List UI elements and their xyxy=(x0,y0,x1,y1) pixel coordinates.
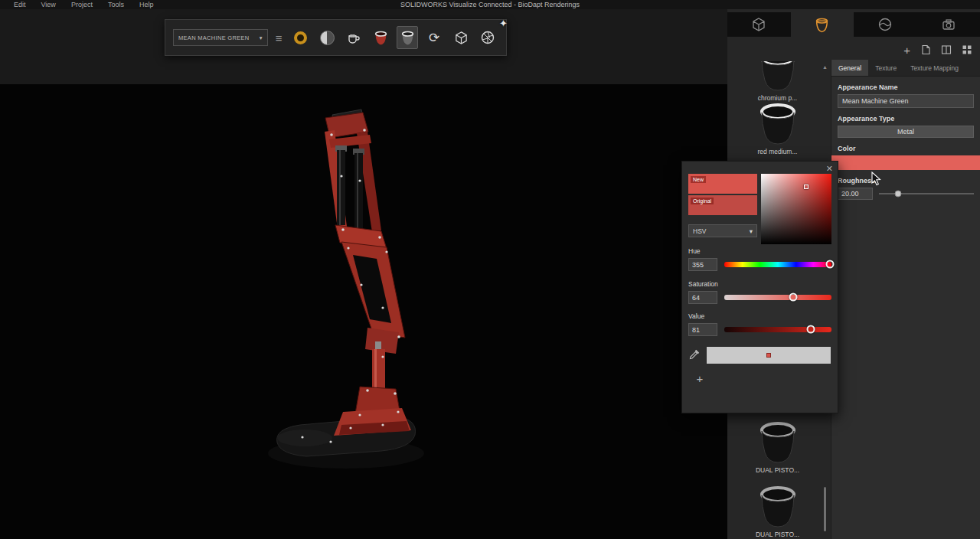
appearance-item-label: red medium... xyxy=(727,148,828,155)
roughness-row: 20.00 xyxy=(838,188,974,200)
menu-help[interactable]: Help xyxy=(139,1,154,8)
gold-sphere-icon xyxy=(294,31,307,44)
roughness-field[interactable]: 20.00 xyxy=(838,188,873,200)
list-item[interactable]: DUAL PISTO... xyxy=(727,421,828,474)
material-bucket-icon xyxy=(756,421,799,466)
tab-environments[interactable] xyxy=(854,12,917,37)
color-picker-dialog: ✕ New Original HSV ▾ Hue 355 Saturation … xyxy=(681,161,838,413)
list-item[interactable]: DUAL PISTO... xyxy=(727,485,828,538)
appearance-name-field[interactable]: Mean Machine Green xyxy=(838,94,974,108)
split-material-button[interactable] xyxy=(316,26,338,49)
new-color-swatch[interactable]: New xyxy=(688,174,757,194)
color-mode-value: HSV xyxy=(693,227,706,235)
tab-texture-mapping[interactable]: Texture Mapping xyxy=(903,60,965,76)
tab-general[interactable]: General xyxy=(831,60,868,76)
menu-tools[interactable]: Tools xyxy=(108,1,124,8)
eyedropper-icon xyxy=(688,348,701,361)
appearance-type-dropdown[interactable]: Metal xyxy=(838,126,974,138)
camera-icon xyxy=(941,17,956,32)
menu-view[interactable]: View xyxy=(41,1,56,8)
saturation-slider-handle[interactable] xyxy=(789,293,797,302)
list-item[interactable]: red medium... xyxy=(727,103,828,155)
title-bar: Edit View Project Tools Help SOLIDWORKS … xyxy=(0,0,980,9)
value-slider[interactable] xyxy=(724,323,831,336)
app-window: Edit View Project Tools Help SOLIDWORKS … xyxy=(0,0,980,539)
sv-selector[interactable] xyxy=(804,185,808,189)
export-page-icon xyxy=(920,44,931,55)
preset-list-icon[interactable]: ≡ xyxy=(273,32,285,44)
menu-project[interactable]: Project xyxy=(71,1,93,8)
gold-material-button[interactable] xyxy=(290,26,312,49)
appearance-item-label: DUAL PISTO... xyxy=(727,531,828,538)
viewport[interactable]: ✦ MEAN MACHINE GREEN ▾ ≡ xyxy=(0,9,727,539)
roughness-label: Roughness xyxy=(838,177,974,185)
saturation-slider[interactable] xyxy=(724,291,831,304)
properties-tab-bar: General Texture Texture Mapping xyxy=(831,60,980,77)
original-color-swatch[interactable]: Original xyxy=(688,195,757,215)
hue-field[interactable]: 355 xyxy=(688,258,717,271)
refresh-icon: ⟳ xyxy=(429,31,439,44)
cup-icon xyxy=(346,30,361,45)
color-mode-dropdown[interactable]: HSV ▾ xyxy=(688,224,757,237)
grid-view-button[interactable] xyxy=(962,44,972,55)
tab-models[interactable] xyxy=(727,12,791,37)
appearance-type-label: Appearance Type xyxy=(838,115,974,122)
paint-bucket-icon xyxy=(814,17,830,33)
value-slider-handle[interactable] xyxy=(807,325,815,334)
pin-star-icon[interactable]: ✦ xyxy=(499,18,508,29)
add-appearance-button[interactable]: + xyxy=(903,44,910,56)
paint-bucket-icon xyxy=(400,30,416,46)
add-saved-color-button[interactable]: + xyxy=(693,371,707,385)
import-appearance-button[interactable] xyxy=(920,44,931,55)
appearance-toolbar: ✦ MEAN MACHINE GREEN ▾ ≡ xyxy=(165,19,507,56)
chevron-down-icon: ▾ xyxy=(750,227,753,235)
tab-cameras[interactable] xyxy=(917,12,980,37)
material-bucket-icon xyxy=(756,103,799,147)
texture-cup-button[interactable] xyxy=(343,26,364,49)
box-icon xyxy=(454,31,469,45)
mouse-cursor xyxy=(871,172,882,190)
saturation-value-field[interactable] xyxy=(761,174,831,244)
material-bucket-icon xyxy=(756,485,799,530)
color-swatch[interactable] xyxy=(831,155,980,170)
eyedropper-button[interactable] xyxy=(688,348,701,364)
hue-slider-handle[interactable] xyxy=(826,260,835,269)
appearance-item-label: chromium p... xyxy=(727,94,828,102)
render-button[interactable] xyxy=(477,26,498,49)
list-item[interactable]: chromium p... xyxy=(727,61,828,102)
library-action-bar: + xyxy=(727,40,980,60)
library-scrollbar[interactable] xyxy=(824,487,826,531)
menu-edit[interactable]: Edit xyxy=(14,1,26,8)
tab-appearances[interactable] xyxy=(791,12,854,37)
active-appearance-button[interactable] xyxy=(397,26,418,49)
saturation-label: Saturation xyxy=(688,280,718,288)
appearance-preset-label: MEAN MACHINE GREEN xyxy=(178,34,250,41)
cube-icon xyxy=(751,17,766,32)
saturation-slider-track xyxy=(724,295,831,300)
hue-label: Hue xyxy=(688,247,701,255)
environment-sphere-icon xyxy=(877,17,893,32)
saturation-field[interactable]: 64 xyxy=(688,291,717,304)
red-paint-bucket-icon xyxy=(373,30,389,46)
red-appearance-button[interactable] xyxy=(370,26,391,49)
appearance-preset-dropdown[interactable]: MEAN MACHINE GREEN ▾ xyxy=(173,29,268,46)
mini-color-chip xyxy=(766,353,771,358)
new-color-label: New xyxy=(691,176,706,183)
close-icon[interactable]: ✕ xyxy=(826,164,833,174)
color-compare-bar[interactable] xyxy=(707,347,831,364)
roughness-slider-track xyxy=(879,193,974,194)
tab-texture[interactable]: Texture xyxy=(868,60,903,76)
roughness-slider[interactable] xyxy=(879,188,974,200)
project-box-button[interactable] xyxy=(450,26,472,49)
render-canvas[interactable] xyxy=(0,84,727,539)
window-title: SOLIDWORKS Visualize Connected - BioDapt… xyxy=(400,1,580,8)
layout-columns-button[interactable] xyxy=(941,44,952,55)
refresh-button[interactable]: ⟳ xyxy=(423,26,445,49)
columns-icon xyxy=(941,44,952,55)
material-bucket-icon xyxy=(756,61,799,93)
value-field[interactable]: 81 xyxy=(688,323,717,336)
prosthetic-leg-model xyxy=(0,84,727,539)
appearance-properties: General Texture Texture Mapping Appearan… xyxy=(831,60,980,539)
roughness-slider-handle[interactable] xyxy=(894,191,901,198)
hue-slider[interactable] xyxy=(724,258,831,271)
